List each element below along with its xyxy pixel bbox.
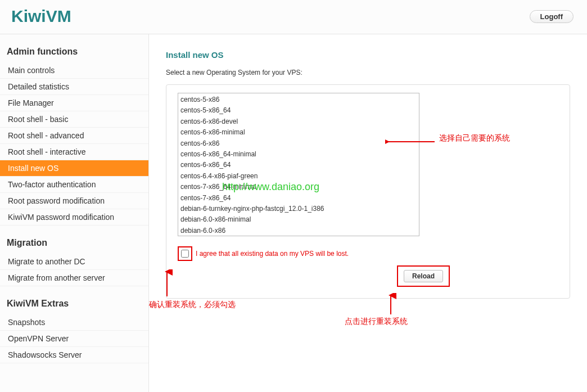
os-option[interactable]: debian-6.0-x86 bbox=[178, 226, 419, 236]
os-option[interactable]: centos-6.4-x86-piaf-green bbox=[178, 171, 419, 182]
os-option[interactable]: debian-6.0-x86-minimal bbox=[178, 214, 419, 225]
os-option[interactable]: centos-5-x86_64 bbox=[178, 105, 419, 116]
agree-checkbox[interactable] bbox=[181, 250, 189, 258]
os-option[interactable]: centos-6-x86-devel bbox=[178, 116, 419, 127]
sidebar-item[interactable]: Migrate from another server bbox=[0, 270, 148, 286]
annotation-click-reinstall: 点击进行重装系统 bbox=[345, 317, 408, 327]
sidebar-item[interactable]: Two-factor authentication bbox=[0, 177, 148, 193]
agree-checkbox-highlight bbox=[178, 246, 192, 261]
os-option[interactable]: debian-6-turnkey-nginx-php-fastcgi_12.0-… bbox=[178, 204, 419, 214]
sidebar-item[interactable]: Shadowsocks Server bbox=[0, 347, 148, 363]
sidebar-item[interactable]: Snapshots bbox=[0, 314, 148, 331]
agree-label: I agree that all existing data on my VPS… bbox=[196, 250, 349, 258]
sidebar-item[interactable]: Main controls bbox=[0, 62, 148, 79]
sidebar-item[interactable]: File Manager bbox=[0, 95, 148, 111]
header-bar: KiwiVM Logoff bbox=[0, 0, 587, 34]
sidebar-item[interactable]: Root shell - basic bbox=[0, 111, 148, 128]
sidebar-item[interactable]: KiwiVM password modification bbox=[0, 209, 148, 226]
sidebar-section-title: Admin functions bbox=[0, 34, 148, 62]
os-option[interactable]: centos-7-x86_64-minimal bbox=[178, 182, 419, 192]
page-subtitle: Select a new Operating System for your V… bbox=[166, 69, 570, 76]
sidebar-item[interactable]: OpenVPN Server bbox=[0, 331, 148, 347]
annotation-confirm-checkbox: 确认重装系统，必须勾选 bbox=[149, 300, 236, 310]
os-option[interactable]: centos-7-x86_64 bbox=[178, 193, 419, 204]
reload-button-highlight: Reload bbox=[397, 265, 450, 287]
sidebar-item[interactable]: Root password modification bbox=[0, 193, 148, 209]
sidebar-item[interactable]: Root shell - interactive bbox=[0, 144, 148, 160]
os-option[interactable]: centos-5-x86 bbox=[178, 94, 419, 105]
sidebar-item[interactable]: Migrate to another DC bbox=[0, 254, 148, 270]
sidebar-section-title: Migration bbox=[0, 226, 148, 254]
sidebar-item[interactable]: Root shell - advanced bbox=[0, 128, 148, 144]
sidebar-section-title: KiwiVM Extras bbox=[0, 286, 148, 314]
os-select-list[interactable]: centos-5-x86centos-5-x86_64centos-6-x86-… bbox=[178, 93, 419, 236]
sidebar-item[interactable]: Detailed statistics bbox=[0, 79, 148, 95]
page-title: Install new OS bbox=[166, 50, 570, 60]
os-option[interactable]: centos-6-x86 bbox=[178, 138, 419, 149]
content-area: Install new OS Select a new Operating Sy… bbox=[149, 34, 587, 392]
reload-row: Reload bbox=[178, 265, 558, 287]
sidebar-item[interactable]: Install new OS bbox=[0, 160, 148, 177]
os-option[interactable]: centos-6-x86_64-minimal bbox=[178, 149, 419, 160]
sidebar: Admin functionsMain controlsDetailed sta… bbox=[0, 34, 149, 392]
reload-button[interactable]: Reload bbox=[404, 270, 443, 282]
os-option[interactable]: centos-6-x86_64 bbox=[178, 160, 419, 170]
logoff-button[interactable]: Logoff bbox=[530, 10, 574, 23]
agree-row: I agree that all existing data on my VPS… bbox=[178, 246, 558, 261]
os-option[interactable]: centos-6-x86-minimal bbox=[178, 127, 419, 138]
app-logo: KiwiVM bbox=[11, 7, 71, 26]
os-install-panel: centos-5-x86centos-5-x86_64centos-6-x86-… bbox=[166, 84, 570, 299]
